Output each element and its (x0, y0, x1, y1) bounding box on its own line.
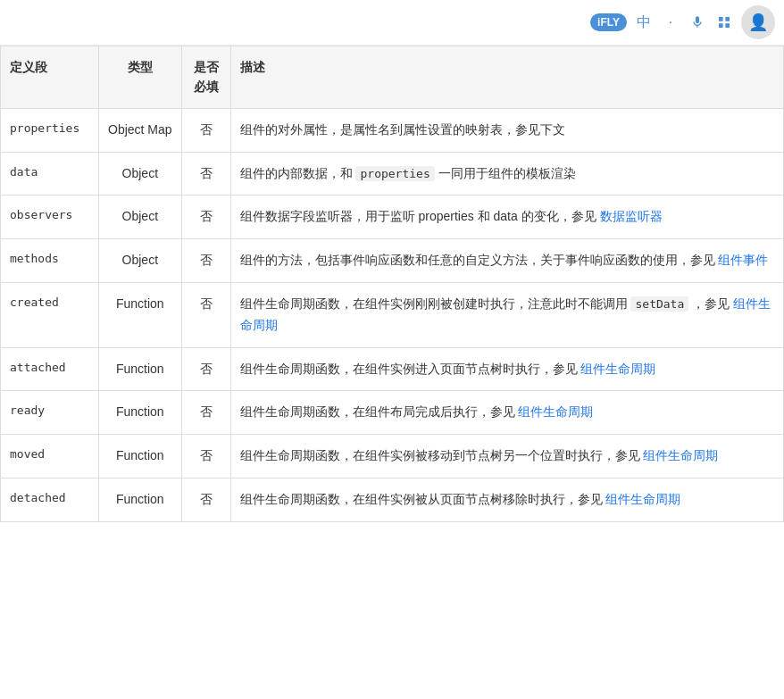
cell-name: detached (1, 478, 99, 521)
cell-type: Function (99, 347, 182, 391)
table-row: observersObject否组件数据字段监听器，用于监听 propertie… (1, 196, 784, 239)
cell-name: observers (1, 196, 99, 239)
cell-required: 否 (181, 196, 230, 239)
cell-name: methods (1, 239, 99, 283)
cell-description: 组件生命周期函数，在组件实例刚刚被创建时执行，注意此时不能调用 setData … (230, 282, 783, 347)
table-row: detachedFunction否组件生命周期函数，在组件实例被从页面节点树移除… (1, 478, 784, 521)
cell-description: 组件的对外属性，是属性名到属性设置的映射表，参见下文 (230, 108, 783, 152)
table-row: readyFunction否组件生命周期函数，在组件布局完成后执行，参见 组件生… (1, 391, 784, 435)
cell-description: 组件生命周期函数，在组件实例进入页面节点树时执行，参见 组件生命周期 (230, 347, 783, 391)
description-link[interactable]: 组件生命周期 (518, 404, 593, 419)
description-text: ，参见 (688, 296, 733, 311)
cell-name: data (1, 152, 99, 196)
description-text: 一同用于组件的模板渲染 (435, 166, 576, 180)
description-text: 组件生命周期函数，在组件实例被移动到节点树另一个位置时执行，参见 (240, 448, 644, 462)
cell-description: 组件生命周期函数，在组件布局完成后执行，参见 组件生命周期 (230, 391, 783, 435)
table-header-row: 定义段 类型 是否必填 描述 (1, 46, 784, 109)
cell-type: Object (99, 239, 182, 283)
header-type: 类型 (99, 46, 182, 109)
table-container: 定义段 类型 是否必填 描述 propertiesObject Map否组件的对… (0, 46, 784, 522)
cell-description: 组件数据字段监听器，用于监听 properties 和 data 的变化，参见 … (230, 196, 783, 239)
cell-name: created (1, 282, 99, 347)
description-link[interactable]: 数据监听器 (600, 209, 663, 223)
cell-required: 否 (181, 282, 230, 347)
cell-required: 否 (181, 239, 230, 283)
cell-type: Function (99, 391, 182, 435)
cell-required: 否 (181, 347, 230, 391)
table-row: movedFunction否组件生命周期函数，在组件实例被移动到节点树另一个位置… (1, 435, 784, 478)
cell-required: 否 (181, 152, 230, 196)
cell-name: moved (1, 435, 99, 478)
cell-type: Function (99, 282, 182, 347)
cell-description: 组件生命周期函数，在组件实例被移动到节点树另一个位置时执行，参见 组件生命周期 (230, 435, 783, 478)
description-text: 组件生命周期函数，在组件实例刚刚被创建时执行，注意此时不能调用 (240, 296, 631, 311)
header-description: 描述 (230, 46, 783, 109)
avatar: 👤 (741, 5, 775, 39)
cell-required: 否 (181, 108, 230, 152)
description-text: 组件生命周期函数，在组件实例进入页面节点树时执行，参见 (240, 362, 581, 376)
inline-code: setData (630, 296, 688, 312)
cell-description: 组件的方法，包括事件响应函数和任意的自定义方法，关于事件响应函数的使用，参见 组… (230, 239, 783, 283)
description-link[interactable]: 组件生命周期 (643, 448, 718, 462)
table-row: attachedFunction否组件生命周期函数，在组件实例进入页面节点树时执… (1, 347, 784, 391)
table-row: dataObject否组件的内部数据，和 properties 一同用于组件的模… (1, 152, 784, 196)
description-link[interactable]: 组件生命周期 (580, 362, 655, 376)
ifly-button[interactable]: iFLY (590, 13, 627, 31)
cell-type: Object (99, 152, 182, 196)
inline-code: properties (355, 166, 434, 181)
cell-type: Function (99, 478, 182, 521)
description-text: 组件的内部数据，和 (240, 166, 356, 180)
top-bar: iFLY 中 · 👤 (0, 0, 784, 46)
api-table: 定义段 类型 是否必填 描述 propertiesObject Map否组件的对… (0, 46, 784, 522)
cell-description: 组件生命周期函数，在组件实例被从页面节点树移除时执行，参见 组件生命周期 (230, 478, 783, 521)
cell-name: ready (1, 391, 99, 435)
table-row: methodsObject否组件的方法，包括事件响应函数和任意的自定义方法，关于… (1, 239, 784, 283)
header-required: 是否必填 (181, 46, 230, 109)
punctuation-icon[interactable]: · (661, 12, 680, 32)
table-row: propertiesObject Map否组件的对外属性，是属性名到属性设置的映… (1, 108, 784, 152)
header-name: 定义段 (1, 46, 99, 109)
grid-icon[interactable] (714, 12, 734, 32)
description-text: 组件的方法，包括事件响应函数和任意的自定义方法，关于事件响应函数的使用，参见 (240, 253, 719, 267)
cell-type: Function (99, 435, 182, 478)
cell-required: 否 (181, 391, 230, 435)
cell-required: 否 (181, 435, 230, 478)
description-link[interactable]: 组件事件 (718, 253, 768, 267)
lang-icon[interactable]: 中 (634, 12, 654, 32)
cell-name: properties (1, 108, 99, 152)
mic-icon[interactable] (688, 12, 707, 32)
cell-type: Object Map (99, 108, 182, 152)
cell-description: 组件的内部数据，和 properties 一同用于组件的模板渲染 (230, 152, 783, 196)
description-text: 组件的对外属性，是属性名到属性设置的映射表，参见下文 (240, 122, 565, 137)
description-text: 组件数据字段监听器，用于监听 properties 和 data 的变化，参见 (240, 209, 600, 223)
table-row: createdFunction否组件生命周期函数，在组件实例刚刚被创建时执行，注… (1, 282, 784, 347)
description-link[interactable]: 组件生命周期 (605, 492, 680, 506)
description-text: 组件生命周期函数，在组件实例被从页面节点树移除时执行，参见 (240, 492, 606, 506)
cell-type: Object (99, 196, 182, 239)
description-text: 组件生命周期函数，在组件布局完成后执行，参见 (240, 404, 519, 419)
cell-name: attached (1, 347, 99, 391)
cell-required: 否 (181, 478, 230, 521)
